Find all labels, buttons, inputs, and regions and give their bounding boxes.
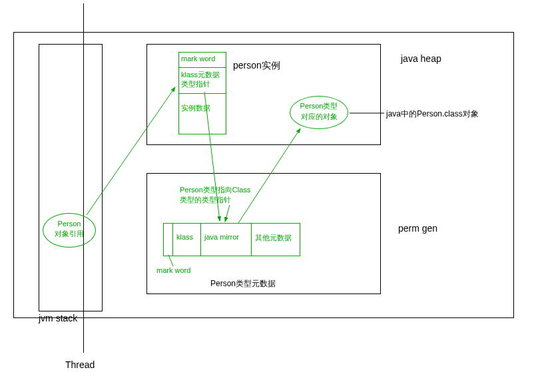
person-ref-line2: 对象引用 xyxy=(55,230,84,238)
person-instance-table: mark word klass元数据类型指针 实例数据 xyxy=(178,52,226,134)
perm-gen-label: perm gen xyxy=(398,223,437,234)
person-type-line1: Person类型 xyxy=(300,102,338,110)
java-heap-label: java heap xyxy=(401,53,441,64)
person-reference-ellipse: Person 对象引用 xyxy=(43,213,96,248)
instance-data-cell: 实例数据 xyxy=(179,94,226,115)
meta-other-cell: 其他元数据 xyxy=(252,224,300,256)
person-class-label: java中的Person.class对象 xyxy=(386,108,479,120)
ptr-text-line2: 类型的类型指针 xyxy=(180,196,231,204)
person-type-line2: 对应的对象 xyxy=(301,112,338,120)
meta-java-mirror-cell: java mirror xyxy=(201,224,252,256)
person-metadata-label: Person类型元数据 xyxy=(210,278,276,290)
klass-meta-cell: klass元数据类型指针 xyxy=(179,68,226,94)
jvm-stack-box xyxy=(39,44,103,311)
ptr-text-line1: Person类型指向Class xyxy=(180,186,250,194)
person-ref-line1: Person xyxy=(58,220,81,228)
mark-word-cell: mark word xyxy=(179,53,226,68)
person-type-object-ellipse: Person类型 对应的对象 xyxy=(290,96,348,129)
meta-klass-cell: klass xyxy=(173,224,201,256)
person-metadata-table: klass java mirror 其他元数据 xyxy=(163,223,300,256)
person-instance-label: person实例 xyxy=(233,60,280,72)
meta-markword-cell xyxy=(164,224,173,256)
jvm-stack-label: jvm stack xyxy=(39,313,77,323)
class-pointer-text: Person类型指向Class 类型的类型指针 xyxy=(180,185,250,205)
thread-label: Thread xyxy=(65,359,95,370)
markword-pointer-label: mark word xyxy=(156,266,190,274)
